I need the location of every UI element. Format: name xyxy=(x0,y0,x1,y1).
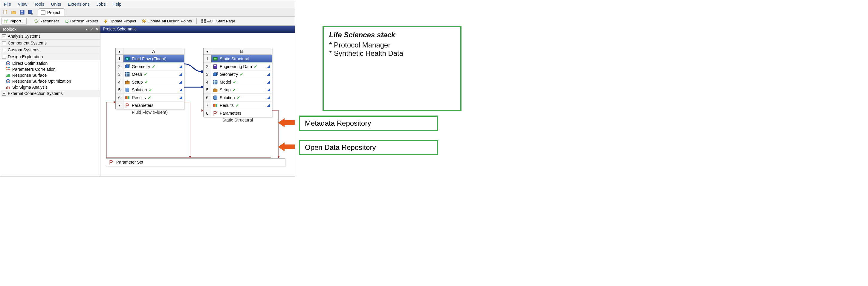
toolbox-header: Toolbox ▾ 📌︎ ✕ xyxy=(0,26,100,33)
row-number: 5 xyxy=(204,86,211,94)
toolbox-cat-analysis[interactable]: +Analysis Systems xyxy=(0,33,100,40)
system-menu-button[interactable]: ▾ xyxy=(116,48,123,54)
svg-rect-40 xyxy=(128,96,129,99)
svg-rect-9 xyxy=(204,19,206,21)
svg-rect-18 xyxy=(7,69,9,70)
system-cell-geometry[interactable]: 2Geometry✓ xyxy=(116,62,184,70)
refresh-project-button[interactable]: Refresh Project xyxy=(62,18,100,25)
corner-flag-icon xyxy=(267,88,270,92)
reconnect-label: Reconnect xyxy=(40,19,59,23)
expand-icon[interactable]: + xyxy=(2,48,6,52)
check-icon: ✓ xyxy=(149,87,152,92)
reconnect-button[interactable]: Reconnect xyxy=(32,18,61,25)
update-project-button[interactable]: Update Project xyxy=(101,18,138,25)
act-icon xyxy=(201,19,206,24)
system-cell-results[interactable]: 7Results✓ xyxy=(204,101,272,109)
project-tab-icon xyxy=(41,10,45,15)
system-b[interactable]: ▾ B 1 Static Structural 2Engineering Dat… xyxy=(203,48,272,117)
system-cell-mesh[interactable]: 3Mesh✓ xyxy=(116,70,184,78)
menu-view[interactable]: View xyxy=(18,1,27,7)
cell-label: Solution xyxy=(220,95,235,100)
new-button[interactable] xyxy=(1,8,9,16)
svg-rect-16 xyxy=(9,67,10,68)
close-icon[interactable]: ✕ xyxy=(96,27,99,31)
double-lightning-icon xyxy=(142,19,146,24)
svg-rect-44 xyxy=(214,65,216,66)
toolbox-item-param-corr[interactable]: Parameters Correlation xyxy=(0,66,100,72)
toolbar-separator xyxy=(29,18,29,24)
update-all-label: Update All Design Points xyxy=(147,19,192,23)
import-button[interactable]: Import... xyxy=(1,18,27,25)
update-label: Update Project xyxy=(110,19,136,23)
system-b-title-row[interactable]: 1 Static Structural xyxy=(204,55,272,62)
menu-help[interactable]: Help xyxy=(113,1,122,7)
pin-icon[interactable]: 📌︎ xyxy=(90,27,93,31)
row-number: 1 xyxy=(204,55,211,62)
menu-units[interactable]: Units xyxy=(51,1,61,7)
menu-extensions[interactable]: Extensions xyxy=(68,1,90,7)
expand-icon[interactable]: + xyxy=(2,34,6,38)
fluent-icon xyxy=(125,56,130,62)
toolbox-panel: Toolbox ▾ 📌︎ ✕ +Analysis Systems +Compon… xyxy=(0,26,100,176)
system-menu-button[interactable]: ▾ xyxy=(204,48,211,54)
cell-label: Solution xyxy=(132,87,147,92)
toolbox-title: Toolbox xyxy=(2,27,17,32)
project-tab-label: Project xyxy=(47,10,60,15)
menu-jobs[interactable]: Jobs xyxy=(96,1,106,7)
system-cell-geometry[interactable]: 3Geometry✓ xyxy=(204,70,272,78)
system-cell-engineering-data[interactable]: 2Engineering Data✓ xyxy=(204,62,272,70)
system-cell-solution[interactable]: 5Solution✓ xyxy=(116,86,184,94)
annotation-item: * Protocol Manager xyxy=(329,41,455,49)
corner-flag-icon xyxy=(267,73,270,76)
toolbox-cat-design-exploration[interactable]: −Design Exploration xyxy=(0,53,100,60)
workbench-window: File View Tools Units Extensions Jobs He… xyxy=(0,0,295,176)
svg-rect-25 xyxy=(201,70,203,73)
cell-label: Parameters xyxy=(220,111,241,115)
system-cell-setup[interactable]: 4Setup✓ xyxy=(116,78,184,86)
schematic-canvas[interactable]: ▾ A 1 Fluid Flow (Fluent) 2Geometry✓3Mes… xyxy=(100,33,295,176)
svg-point-21 xyxy=(7,81,9,82)
project-tab[interactable]: Project xyxy=(38,8,65,16)
system-cell-model[interactable]: 4Model✓ xyxy=(204,78,272,86)
svg-rect-45 xyxy=(213,73,216,75)
svg-marker-30 xyxy=(277,156,280,158)
toolbox-item-direct-opt[interactable]: Direct Optimization xyxy=(0,60,100,66)
svg-rect-52 xyxy=(216,104,217,107)
cell-label: Geometry xyxy=(132,64,150,69)
parameter-set-block[interactable]: Parameter Set xyxy=(106,158,285,166)
toolbox-cat-component[interactable]: +Component Systems xyxy=(0,40,100,46)
system-cell-setup[interactable]: 5Setup✓ xyxy=(204,86,272,94)
toolbox-item-rso[interactable]: Response Surface Optimization xyxy=(0,78,100,84)
corner-flag-icon xyxy=(179,88,182,92)
system-b-caption: Static Structural xyxy=(203,116,272,122)
update-all-button[interactable]: Update All Design Points xyxy=(139,18,194,25)
save-button[interactable] xyxy=(18,8,26,16)
toolbox-cat-custom[interactable]: +Custom Systems xyxy=(0,46,100,53)
menu-tools[interactable]: Tools xyxy=(34,1,44,7)
system-cell-results[interactable]: 6Results✓ xyxy=(116,94,184,101)
toolbox-cat-label: Design Exploration xyxy=(8,54,43,59)
row-number: 3 xyxy=(116,70,123,78)
toolbox-cat-external[interactable]: +External Connection Systems xyxy=(0,90,100,97)
system-cell-solution[interactable]: 6Solution✓ xyxy=(204,94,272,101)
check-icon: ✓ xyxy=(145,80,148,84)
row-number: 1 xyxy=(116,55,123,62)
toolbox-item-six-sigma[interactable]: Six Sigma Analysis xyxy=(0,84,100,90)
svg-rect-22 xyxy=(6,87,7,89)
dropdown-icon[interactable]: ▾ xyxy=(86,27,87,31)
act-start-button[interactable]: ACT Start Page xyxy=(199,18,237,25)
save-as-button[interactable] xyxy=(27,8,34,16)
annotation-label: Open Data Repository xyxy=(305,143,376,151)
check-icon: ✓ xyxy=(254,64,257,69)
system-a[interactable]: ▾ A 1 Fluid Flow (Fluent) 2Geometry✓3Mes… xyxy=(115,48,184,109)
schematic-title: Project Schematic xyxy=(100,26,295,33)
cell-label: Mesh xyxy=(132,72,142,77)
row-number: 7 xyxy=(204,102,211,109)
expand-icon[interactable]: + xyxy=(2,41,6,45)
toolbox-item-response-surface[interactable]: Response Surface xyxy=(0,72,100,78)
menu-file[interactable]: File xyxy=(4,1,11,7)
collapse-icon[interactable]: − xyxy=(2,55,6,59)
expand-icon[interactable]: + xyxy=(2,92,6,96)
system-a-title-row[interactable]: 1 Fluid Flow (Fluent) xyxy=(116,55,184,62)
open-button[interactable] xyxy=(10,8,18,16)
